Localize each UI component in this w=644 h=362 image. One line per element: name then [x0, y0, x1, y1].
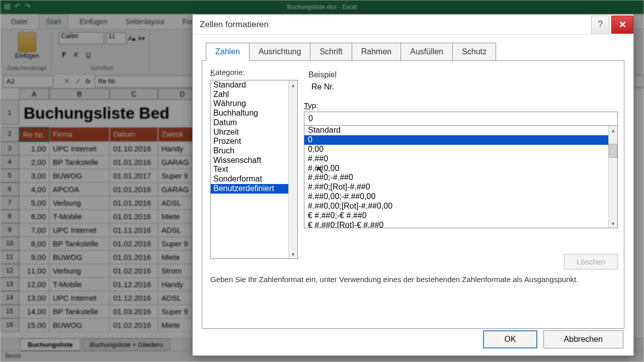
cell[interactable]: 1,00 [19, 142, 49, 155]
ribbon-tab-seitenlayout[interactable]: Seitenlayout [119, 15, 172, 29]
italic-button[interactable]: K [71, 49, 82, 60]
increase-font-icon[interactable]: A▴ [128, 35, 136, 42]
format-code-item[interactable]: #.##0,00;[Rot]-#.##0,00 [304, 202, 608, 211]
row-header[interactable]: 7 [0, 196, 19, 210]
undo-icon[interactable]: ↶ [15, 2, 21, 10]
format-code-item[interactable]: #.##0;[Rot]-#.##0 [304, 183, 608, 192]
cell[interactable]: T-Mobile [49, 210, 110, 223]
cell[interactable]: BUWOG [49, 169, 110, 183]
ok-button[interactable]: OK [483, 330, 537, 348]
format-code-item[interactable]: #.##0,00 [304, 164, 608, 173]
cell[interactable]: 8,00 [19, 237, 49, 250]
category-item[interactable]: Text [211, 165, 288, 174]
cell[interactable]: 01.01.2016 [110, 155, 158, 169]
cell[interactable]: 6,00 [19, 210, 49, 223]
format-code-item[interactable]: #.##0 [304, 154, 608, 164]
row-header[interactable]: 6 [0, 183, 19, 196]
cell[interactable]: 01.01.2016 [110, 196, 158, 210]
font-size-select[interactable]: 11 [106, 32, 126, 44]
scroll-up-icon[interactable]: ▴ [609, 126, 617, 135]
category-item[interactable]: Prozent [211, 137, 288, 146]
ribbon-tab-datei[interactable]: Datei [4, 15, 35, 29]
cell[interactable]: 01.02.2016 [110, 318, 158, 332]
scroll-down-icon[interactable]: ▾ [609, 219, 617, 228]
row-header[interactable]: 12 [0, 264, 19, 278]
cell[interactable]: 01.02.2016 [110, 237, 158, 250]
cell[interactable]: 5,00 [19, 196, 49, 210]
row-header[interactable]: 11 [0, 250, 19, 264]
cell[interactable]: 01.03.2016 [110, 305, 158, 318]
cell[interactable]: T-Mobile [49, 278, 110, 291]
cell[interactable]: Datum [110, 127, 158, 142]
scroll-up-icon[interactable]: ▴ [289, 80, 297, 89]
delete-button[interactable]: Löschen [564, 254, 618, 269]
cell[interactable]: APCOA [49, 183, 110, 196]
cell[interactable]: UPC Internet [49, 291, 110, 305]
cell[interactable]: Firma [49, 127, 110, 142]
cell[interactable]: BUWOG [49, 250, 110, 264]
help-button[interactable]: ? [591, 16, 609, 34]
cancel-button[interactable]: Abbrechen [543, 330, 623, 348]
format-code-item[interactable]: 0 [304, 135, 608, 145]
row-header[interactable]: 4 [0, 155, 19, 169]
cell[interactable]: BP Tankstelle [49, 155, 110, 169]
cell[interactable]: 9,00 [19, 250, 49, 264]
row-header[interactable]: 2 [0, 127, 19, 142]
category-item[interactable]: Bruch [211, 146, 288, 156]
cell[interactable]: 12,00 [19, 278, 49, 291]
close-button[interactable]: ✕ [611, 16, 633, 34]
name-box[interactable]: A2 [3, 75, 53, 87]
format-code-list[interactable]: Standard00,00#.##0#.##0,00#.##0;-#.##0#.… [304, 126, 618, 228]
row-header[interactable]: 1 [0, 100, 19, 125]
cell[interactable]: 01.11.2016 [110, 223, 158, 237]
enter-formula-icon[interactable]: ✓ [75, 76, 82, 86]
format-code-item[interactable]: #.##0,00;-#.##0,00 [304, 192, 608, 202]
format-code-item[interactable]: #.##0;-#.##0 [304, 173, 608, 183]
column-header[interactable]: B [49, 88, 110, 100]
paste-button[interactable]: Einfügen [7, 32, 47, 59]
scroll-down-icon[interactable]: ▾ [289, 249, 297, 258]
format-code-item[interactable]: 0,00 [304, 145, 608, 154]
dialog-tab-ausrichtung[interactable]: Ausrichtung [249, 43, 311, 61]
category-item[interactable]: Währung [211, 99, 288, 109]
column-header[interactable]: C [110, 88, 158, 100]
cell[interactable]: 15,00 [19, 318, 49, 332]
cell[interactable]: 01.10.2016 [110, 142, 158, 155]
category-item[interactable]: Zahl [211, 90, 288, 100]
dialog-tab-zahlen[interactable]: Zahlen [206, 43, 250, 61]
dialog-tab-schutz[interactable]: Schutz [452, 43, 496, 61]
font-name-select[interactable]: Calibri [59, 32, 104, 44]
scrollbar[interactable]: ▴ ▾ [288, 80, 297, 258]
format-code-item[interactable]: € #.##0;-€ #.##0 [304, 211, 608, 221]
category-item[interactable]: Standard [211, 80, 288, 90]
dialog-tab-ausfüllen[interactable]: Ausfüllen [400, 43, 453, 61]
cell[interactable]: Verbung [49, 196, 110, 210]
row-header[interactable]: 9 [0, 223, 19, 237]
cancel-formula-icon[interactable]: ✕ [63, 76, 70, 86]
cell[interactable]: UPC Internet [49, 223, 110, 237]
category-item[interactable]: Benutzerdefiniert [211, 184, 288, 194]
sheet-tab[interactable]: Buchungsliste + Gliederu [83, 338, 171, 351]
ribbon-tab-start[interactable]: Start [39, 14, 69, 29]
cell[interactable]: BP Tankstelle [49, 305, 110, 318]
row-header[interactable]: 3 [0, 142, 19, 155]
cell[interactable]: 01.12.2016 [110, 291, 158, 305]
category-item[interactable]: Uhrzeit [211, 128, 288, 137]
type-input[interactable] [304, 112, 618, 126]
dialog-tab-schrift[interactable]: Schrift [310, 43, 352, 61]
row-header[interactable]: 10 [0, 237, 19, 250]
sheet-tab[interactable]: Buchungsliste [20, 338, 80, 351]
row-header[interactable]: 5 [0, 169, 19, 183]
format-code-item[interactable]: € #.##0;[Rot]-€ #.##0 [304, 221, 608, 228]
redo-icon[interactable]: ↷ [25, 2, 31, 10]
cell[interactable]: 4,00 [19, 183, 49, 196]
column-header[interactable]: A [19, 88, 49, 100]
cell[interactable]: 01.12.2016 [110, 278, 158, 291]
cell[interactable]: 01.01.2017 [110, 169, 158, 183]
bold-button[interactable]: F [59, 49, 70, 60]
row-header[interactable]: 14 [0, 291, 19, 305]
title-cell[interactable]: Buchungsliste Bed [19, 100, 206, 127]
row-header[interactable]: 15 [0, 305, 19, 318]
underline-button[interactable]: U [83, 49, 94, 60]
cell[interactable]: 13,00 [19, 291, 49, 305]
